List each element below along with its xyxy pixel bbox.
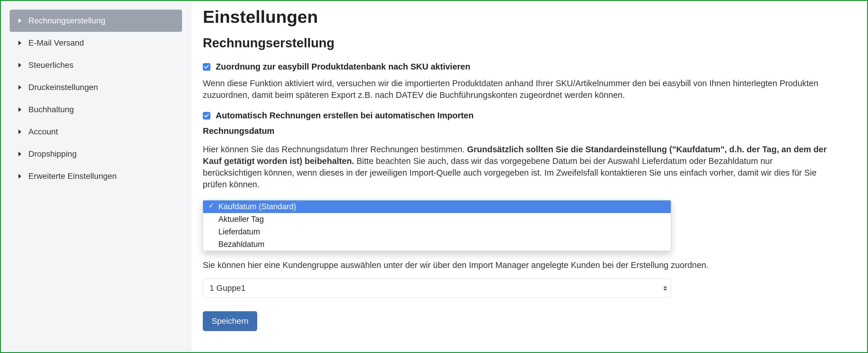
invoice-date-dropdown: Kaufdatum (Standard) Aktueller Tag Liefe… [203, 200, 671, 251]
settings-main: Einstellungen Rechnungserstellung Zuordn… [191, 1, 867, 352]
customer-group-selected-value: 1 Guppe1 [210, 283, 246, 293]
nav-label: Dropshipping [28, 149, 77, 159]
settings-sidebar: Rechnungserstellung E-Mail Versand Steue… [1, 1, 191, 352]
nav-label: E-Mail Versand [28, 38, 84, 48]
invoice-date-help: Hier können Sie das Rechnungsdatum Ihrer… [203, 143, 829, 190]
nav-label: Druckeinstellungen [28, 83, 98, 92]
customer-group-help: Sie können hier eine Kundengruppe auswäh… [203, 259, 829, 271]
select-spinner-icon [662, 284, 668, 292]
auto-invoice-checkbox-label: Automatisch Rechnungen erstellen bei aut… [216, 111, 473, 120]
page-title: Einstellungen [203, 7, 829, 27]
section-title: Rechnungserstellung [203, 36, 829, 50]
sku-checkbox-label: Zuordnung zur easybill Produktdatenbank … [216, 62, 470, 72]
save-button[interactable]: Speichern [203, 311, 257, 331]
caret-icon [19, 41, 21, 45]
caret-icon [19, 130, 21, 134]
nav-item-dropshipping[interactable]: Dropshipping [10, 143, 182, 165]
caret-icon [19, 174, 21, 179]
caret-icon [19, 85, 21, 90]
customer-group-select[interactable]: 1 Guppe1 [203, 279, 671, 298]
nav-item-email-versand[interactable]: E-Mail Versand [10, 32, 182, 54]
caret-icon [19, 63, 21, 68]
nav-label: Buchhaltung [28, 105, 74, 114]
invoice-date-heading: Rechnungsdatum [203, 126, 829, 136]
invoice-date-help-prefix: Hier können Sie das Rechnungsdatum Ihrer… [203, 145, 467, 154]
sku-checkbox[interactable] [203, 63, 210, 71]
nav-label: Erweiterte Einstellungen [28, 172, 117, 181]
nav-item-steuerliches[interactable]: Steuerliches [10, 54, 182, 76]
nav-item-account[interactable]: Account [10, 121, 182, 143]
sku-checkbox-row: Zuordnung zur easybill Produktdatenbank … [203, 62, 829, 72]
invoice-date-option-lieferdatum[interactable]: Lieferdatum [203, 225, 671, 238]
app-frame: Rechnungserstellung E-Mail Versand Steue… [0, 0, 868, 353]
sku-help-text: Wenn diese Funktion aktiviert wird, vers… [203, 77, 829, 101]
invoice-date-select-wrap: Kaufdatum (Standard) Aktueller Tag Liefe… [203, 200, 829, 247]
invoice-date-option-bezahldatum[interactable]: Bezahldatum [203, 238, 671, 251]
nav-label: Account [28, 127, 58, 137]
caret-icon [19, 19, 21, 23]
invoice-date-option-aktueller-tag[interactable]: Aktueller Tag [203, 213, 671, 225]
caret-icon [19, 107, 21, 112]
nav-item-erweiterte-einstellungen[interactable]: Erweiterte Einstellungen [10, 165, 182, 187]
nav-item-druckeinstellungen[interactable]: Druckeinstellungen [10, 76, 182, 99]
auto-checkbox-row: Automatisch Rechnungen erstellen bei aut… [203, 111, 829, 120]
auto-invoice-checkbox[interactable] [203, 112, 210, 119]
nav-item-buchhaltung[interactable]: Buchhaltung [10, 99, 182, 121]
nav-item-rechnungserstellung[interactable]: Rechnungserstellung [10, 10, 182, 32]
caret-icon [19, 152, 21, 156]
nav-label: Steuerliches [28, 61, 73, 70]
invoice-date-option-kaufdatum[interactable]: Kaufdatum (Standard) [203, 201, 671, 213]
nav-label: Rechnungserstellung [28, 16, 105, 26]
